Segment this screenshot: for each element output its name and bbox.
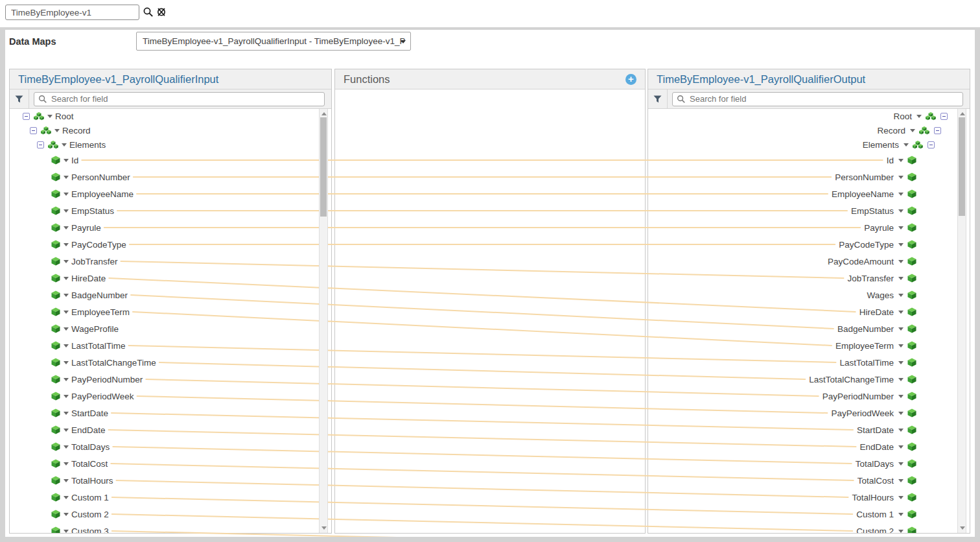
tree-node-employeeterm[interactable]: EmployeeTerm <box>648 337 970 354</box>
node-menu-arrow-icon[interactable] <box>898 395 904 398</box>
collapse-icon[interactable] <box>23 113 30 120</box>
tree-node-enddate[interactable]: EndDate <box>10 421 331 438</box>
collapse-icon[interactable] <box>928 141 935 148</box>
tree-node-totalhours[interactable]: TotalHours <box>648 489 970 506</box>
node-menu-arrow-icon[interactable] <box>898 260 904 263</box>
tree-node-paycodetype[interactable]: PayCodeType <box>648 236 970 253</box>
tree-node-empstatus[interactable]: EmpStatus <box>648 202 970 219</box>
node-menu-arrow-icon[interactable] <box>904 143 909 147</box>
collapse-icon[interactable] <box>30 127 37 134</box>
node-menu-arrow-icon[interactable] <box>898 496 904 499</box>
node-menu-arrow-icon[interactable] <box>64 327 69 331</box>
tree-node-root[interactable]: Root <box>10 109 331 123</box>
node-menu-arrow-icon[interactable] <box>64 193 69 196</box>
node-menu-arrow-icon[interactable] <box>64 378 69 381</box>
node-menu-arrow-icon[interactable] <box>898 193 904 196</box>
collapse-icon[interactable] <box>934 127 941 134</box>
node-menu-arrow-icon[interactable] <box>898 311 904 314</box>
tree-node-lasttotaltime[interactable]: LastTotalTime <box>648 354 970 371</box>
node-menu-arrow-icon[interactable] <box>898 226 904 230</box>
node-menu-arrow-icon[interactable] <box>64 530 69 533</box>
node-menu-arrow-icon[interactable] <box>64 311 69 314</box>
node-menu-arrow-icon[interactable] <box>64 496 69 499</box>
node-menu-arrow-icon[interactable] <box>64 209 69 213</box>
tree-node-employeeterm[interactable]: EmployeeTerm <box>10 303 331 320</box>
tree-node-payrule[interactable]: Payrule <box>10 219 331 236</box>
add-function-button[interactable]: + <box>625 74 636 85</box>
node-menu-arrow-icon[interactable] <box>64 395 69 398</box>
tree-node-totaldays[interactable]: TotalDays <box>10 438 331 455</box>
node-menu-arrow-icon[interactable] <box>64 226 69 230</box>
node-menu-arrow-icon[interactable] <box>898 378 904 381</box>
clear-search-icon[interactable] <box>156 6 167 18</box>
node-menu-arrow-icon[interactable] <box>64 513 69 516</box>
tree-node-wages[interactable]: Wages <box>648 287 970 303</box>
tree-node-paycodetype[interactable]: PayCodeType <box>10 236 331 253</box>
input-tree-scrollbar[interactable] <box>319 109 328 533</box>
tree-node-employeename[interactable]: EmployeeName <box>10 185 331 202</box>
node-menu-arrow-icon[interactable] <box>64 479 69 482</box>
node-menu-arrow-icon[interactable] <box>898 176 904 179</box>
node-menu-arrow-icon[interactable] <box>898 513 904 516</box>
filter-icon[interactable] <box>10 89 29 108</box>
node-menu-arrow-icon[interactable] <box>64 344 69 348</box>
tree-node-id[interactable]: Id <box>648 152 970 169</box>
node-menu-arrow-icon[interactable] <box>898 277 904 280</box>
node-menu-arrow-icon[interactable] <box>62 143 67 147</box>
node-menu-arrow-icon[interactable] <box>898 209 904 213</box>
collapse-icon[interactable] <box>37 141 44 148</box>
tree-node-custom-3[interactable]: Custom 3 <box>10 523 331 533</box>
tree-node-totalhours[interactable]: TotalHours <box>10 472 331 489</box>
node-menu-arrow-icon[interactable] <box>898 327 904 331</box>
tree-node-record[interactable]: Record <box>10 123 331 137</box>
node-menu-arrow-icon[interactable] <box>898 530 904 533</box>
node-menu-arrow-icon[interactable] <box>898 243 904 246</box>
node-menu-arrow-icon[interactable] <box>64 462 69 465</box>
tree-node-enddate[interactable]: EndDate <box>648 438 970 455</box>
node-menu-arrow-icon[interactable] <box>898 412 904 415</box>
output-field-search[interactable] <box>672 92 963 106</box>
tree-node-startdate[interactable]: StartDate <box>648 421 970 438</box>
tree-node-startdate[interactable]: StartDate <box>10 405 331 421</box>
node-menu-arrow-icon[interactable] <box>64 159 69 162</box>
node-menu-arrow-icon[interactable] <box>898 429 904 432</box>
node-menu-arrow-icon[interactable] <box>898 159 904 162</box>
tree-node-root[interactable]: Root <box>648 109 970 123</box>
tree-node-personnumber[interactable]: PersonNumber <box>10 169 331 185</box>
tree-node-totalcost[interactable]: TotalCost <box>10 455 331 472</box>
node-menu-arrow-icon[interactable] <box>64 243 69 246</box>
node-menu-arrow-icon[interactable] <box>898 445 904 449</box>
node-menu-arrow-icon[interactable] <box>64 277 69 280</box>
tree-node-payperiodweek[interactable]: PayPeriodWeek <box>648 405 970 421</box>
scroll-down-icon[interactable] <box>960 526 965 530</box>
node-menu-arrow-icon[interactable] <box>64 445 69 449</box>
node-menu-arrow-icon[interactable] <box>910 129 915 132</box>
input-field-search[interactable] <box>34 92 325 106</box>
node-menu-arrow-icon[interactable] <box>47 115 52 118</box>
node-menu-arrow-icon[interactable] <box>898 479 904 482</box>
tree-node-payrule[interactable]: Payrule <box>648 219 970 236</box>
tree-node-badgenumber[interactable]: BadgeNumber <box>10 287 331 303</box>
tree-node-jobtransfer[interactable]: JobTransfer <box>648 270 970 287</box>
node-menu-arrow-icon[interactable] <box>54 129 60 132</box>
tree-node-lasttotaltime[interactable]: LastTotalTime <box>10 337 331 354</box>
node-menu-arrow-icon[interactable] <box>64 260 69 263</box>
tree-node-paycodeamount[interactable]: PayCodeAmount <box>648 253 970 270</box>
tree-node-totaldays[interactable]: TotalDays <box>648 455 970 472</box>
node-menu-arrow-icon[interactable] <box>898 462 904 465</box>
data-maps-select[interactable]: TimeByEmployee-v1_PayrollQualifierInput … <box>136 32 411 51</box>
tree-node-badgenumber[interactable]: BadgeNumber <box>648 320 970 337</box>
tree-node-jobtransfer[interactable]: JobTransfer <box>10 253 331 270</box>
tree-node-lasttotalchangetime[interactable]: LastTotalChangeTime <box>648 371 970 388</box>
node-menu-arrow-icon[interactable] <box>898 361 904 364</box>
filter-icon[interactable] <box>648 89 668 108</box>
collapse-icon[interactable] <box>940 113 948 120</box>
node-menu-arrow-icon[interactable] <box>64 294 69 297</box>
process-search-input[interactable] <box>5 5 139 20</box>
tree-node-elements[interactable]: Elements <box>10 137 331 152</box>
tree-node-custom-2[interactable]: Custom 2 <box>648 523 970 533</box>
tree-node-custom-1[interactable]: Custom 1 <box>648 506 970 523</box>
node-menu-arrow-icon[interactable] <box>64 429 69 432</box>
tree-node-record[interactable]: Record <box>648 123 970 137</box>
tree-node-totalcost[interactable]: TotalCost <box>648 472 970 489</box>
